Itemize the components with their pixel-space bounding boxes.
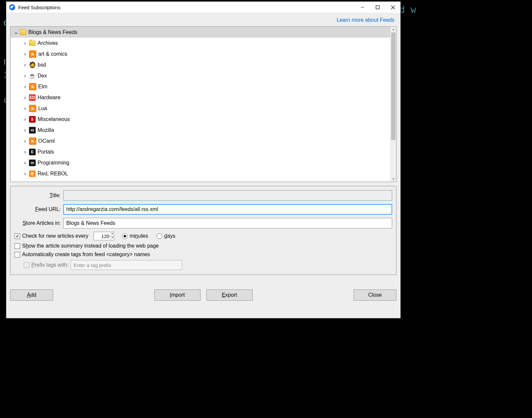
learn-more-link-container: Learn more about Feeds: [10, 13, 396, 26]
scrollbar-thumb[interactable]: [391, 32, 395, 140]
feed-details-panel: Title: Feed URL: Store Articles in: Chec…: [10, 186, 396, 275]
scroll-up-arrow-icon[interactable]: ∧: [391, 27, 396, 32]
avatar-icon: 🧔: [29, 62, 36, 68]
title-input[interactable]: [63, 190, 392, 201]
tree-item-label: Mozilla: [38, 127, 54, 133]
tree-item-bsd[interactable]: › 🧔 bsd: [11, 59, 390, 70]
chevron-right-icon[interactable]: ›: [22, 149, 28, 155]
check-every-label: Check for new articles every: [22, 233, 88, 239]
tree-item-label: art & comics: [38, 51, 67, 57]
s-icon: S: [29, 116, 36, 123]
tree-item-label: bsd: [38, 62, 46, 68]
spin-up-icon[interactable]: ▲: [111, 232, 114, 236]
feed-tree: ⌄ Blogs & News Feeds › Archives › art & …: [10, 26, 396, 182]
learn-more-link[interactable]: Learn more about Feeds: [337, 17, 394, 23]
tree-item-label: Miscelaneous: [38, 116, 70, 122]
prefix-tags-checkbox: [24, 262, 29, 268]
unit-minutes-radio[interactable]: [122, 233, 128, 239]
chevron-down-icon[interactable]: ⌄: [13, 29, 18, 35]
feed-url-input[interactable]: [63, 204, 392, 215]
chevron-right-icon[interactable]: ›: [22, 105, 28, 111]
rss-icon: [29, 83, 36, 90]
tree-item-archives[interactable]: › Archives: [11, 38, 390, 48]
prefix-tags-label: Prefix tags with:: [31, 262, 69, 268]
scroll-down-arrow-icon[interactable]: ∨: [391, 176, 396, 182]
tree-item-mozilla[interactable]: › m Mozilla: [11, 125, 390, 135]
cup-icon: ☕: [29, 73, 36, 79]
rss-icon: [29, 105, 36, 112]
tree-item-label: Hardware: [38, 95, 60, 101]
window-title: Feed Subscriptions: [18, 5, 355, 10]
tree-item-miscelaneous[interactable]: › S Miscelaneous: [11, 114, 390, 125]
chevron-right-icon[interactable]: ›: [22, 95, 28, 101]
ed-icon: ED: [29, 94, 36, 101]
chevron-right-icon[interactable]: ›: [22, 171, 28, 177]
chevron-right-icon[interactable]: ›: [22, 160, 28, 166]
store-in-input[interactable]: [63, 218, 392, 228]
tree-item-label: OCaml: [38, 138, 55, 144]
interval-input[interactable]: [94, 232, 111, 240]
show-summary-label: Show the article summary instead of load…: [22, 243, 159, 249]
rss-icon: [29, 50, 36, 58]
unit-minutes-label: minutes: [130, 233, 148, 239]
chevron-right-icon[interactable]: ›: [22, 138, 28, 144]
e-icon: E: [29, 149, 36, 155]
tree-item-lua[interactable]: › Lua: [11, 103, 390, 114]
unit-days-label: days: [164, 233, 175, 239]
tree-item-dex[interactable]: › ☕ Dex: [11, 70, 390, 81]
tree-item-elm[interactable]: › Elm: [11, 81, 390, 92]
feed-subscriptions-window: Feed Subscriptions Learn more about Feed…: [6, 1, 401, 318]
chevron-right-icon[interactable]: ›: [22, 40, 28, 46]
tree-item-label: Dex: [38, 73, 47, 79]
check-every-checkbox[interactable]: [15, 233, 20, 239]
spin-down-icon[interactable]: ▼: [111, 236, 114, 240]
rss-icon: [29, 137, 36, 145]
tree-root-label: Blogs & News Feeds: [28, 29, 78, 35]
chevron-right-icon[interactable]: ›: [22, 51, 28, 57]
prefix-tags-input: [71, 260, 182, 270]
show-summary-checkbox[interactable]: [15, 243, 20, 249]
tree-item-art-comics[interactable]: › art & comics: [11, 48, 390, 59]
maximize-button[interactable]: [370, 2, 385, 13]
tree-root-row[interactable]: ⌄ Blogs & News Feeds: [11, 27, 390, 38]
svg-rect-2: [376, 6, 379, 9]
chevron-right-icon[interactable]: ›: [22, 127, 28, 133]
tree-scrollbar[interactable]: ∧ ∨: [390, 27, 396, 182]
titlebar: Feed Subscriptions: [6, 2, 400, 13]
tree-item-label: Portals: [38, 149, 54, 155]
interval-stepper[interactable]: ▲ ▼: [94, 232, 114, 240]
folder-icon: [29, 40, 36, 46]
tree-item-hardware[interactable]: › ED Hardware: [11, 92, 390, 103]
chevron-right-icon[interactable]: ›: [22, 84, 28, 90]
tree-item-ocaml[interactable]: › OCaml: [11, 135, 390, 146]
folder-icon: [20, 29, 26, 36]
feed-url-label: Feed URL:: [15, 206, 63, 212]
m-icon: m: [29, 127, 36, 134]
add-button[interactable]: Add: [10, 289, 53, 301]
auto-tags-label: Automatically create tags from feed <cat…: [22, 252, 150, 257]
m-icon: m: [29, 160, 36, 166]
unit-days-radio[interactable]: [157, 233, 162, 239]
button-bar: Add Import Export Close: [10, 289, 396, 301]
title-label: Title:: [15, 193, 63, 198]
store-label: Store Articles in:: [15, 220, 63, 226]
close-window-button[interactable]: [385, 2, 400, 13]
tree-item-red-rebol[interactable]: › B Red, REBOL: [11, 168, 390, 179]
tree-item-label: Red, REBOL: [38, 171, 68, 177]
import-button[interactable]: Import: [154, 289, 201, 301]
tree-item-programming[interactable]: › m Programming: [11, 157, 390, 168]
tree-item-label: Archives: [38, 40, 58, 46]
chevron-right-icon[interactable]: ›: [22, 73, 28, 79]
chevron-right-icon[interactable]: ›: [22, 62, 28, 68]
tree-item-label: Programming: [38, 160, 69, 166]
chevron-right-icon[interactable]: ›: [22, 116, 28, 122]
auto-tags-checkbox[interactable]: [15, 252, 20, 257]
tree-item-label: Lua: [38, 105, 47, 111]
thunderbird-icon: [9, 4, 16, 11]
tree-item-portals[interactable]: › E Portals: [11, 146, 390, 157]
tree-item-label: Elm: [38, 84, 47, 90]
export-button[interactable]: Export: [206, 289, 253, 301]
minimize-button[interactable]: [355, 2, 370, 13]
blogger-icon: B: [29, 170, 36, 177]
close-button[interactable]: Close: [354, 289, 396, 301]
